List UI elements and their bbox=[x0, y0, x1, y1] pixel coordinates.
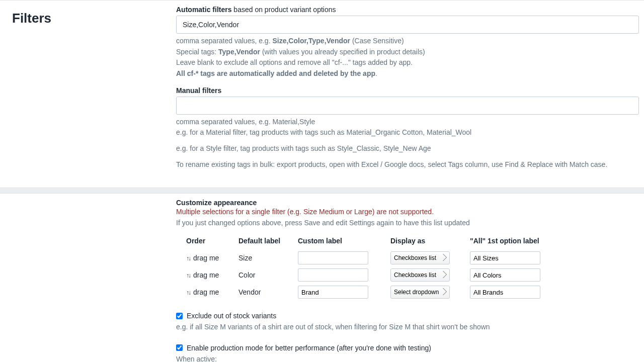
appearance-note: If you just changed options above, press… bbox=[176, 218, 644, 229]
manual-filters-help: comma separated values, e.g. Material,St… bbox=[176, 117, 644, 170]
col-display-header: Display as bbox=[390, 237, 470, 245]
all-option-label-input[interactable] bbox=[470, 286, 540, 299]
manual-filters-input[interactable] bbox=[176, 97, 639, 115]
default-label-cell: Size bbox=[238, 254, 298, 262]
drag-label: drag me bbox=[193, 254, 219, 262]
drag-label: drag me bbox=[193, 288, 219, 296]
manual-filters-group: Manual filters comma separated values, e… bbox=[176, 86, 644, 170]
custom-label-input[interactable] bbox=[298, 251, 368, 264]
table-row: ↑↓drag meSizeCheckboxes listSelect dropd… bbox=[186, 249, 644, 266]
col-all-header: "All" 1st option label bbox=[470, 237, 555, 245]
default-label-cell: Vendor bbox=[238, 288, 298, 296]
drag-handle[interactable]: ↑↓drag me bbox=[186, 254, 238, 262]
page-title: Filters bbox=[12, 11, 164, 26]
production-label[interactable]: Enable production mode for better perfor… bbox=[187, 344, 431, 352]
all-option-label-input[interactable] bbox=[470, 268, 540, 282]
production-checkbox[interactable] bbox=[176, 344, 183, 351]
section-sidebar: Filters bbox=[0, 1, 176, 188]
sort-icon: ↑↓ bbox=[186, 255, 190, 262]
col-custom-header: Custom label bbox=[298, 237, 390, 245]
automatic-filters-help: comma separated values, e.g. Size,Color,… bbox=[176, 36, 644, 79]
table-row: ↑↓drag meVendorCheckboxes listSelect dro… bbox=[186, 284, 644, 301]
display-as-select[interactable]: Checkboxes listSelect dropdown bbox=[390, 286, 450, 299]
col-order-header: Order bbox=[186, 237, 238, 245]
display-as-select[interactable]: Checkboxes listSelect dropdown bbox=[390, 268, 450, 282]
appearance-warning: Multiple selections for a single filter … bbox=[176, 208, 644, 216]
production-when-active: When active: bbox=[176, 354, 644, 362]
exclude-oos-checkbox[interactable] bbox=[176, 313, 183, 319]
automatic-filters-input[interactable] bbox=[176, 16, 639, 34]
exclude-oos-help: e.g. if all Size M variants of a shirt a… bbox=[176, 322, 644, 333]
appearance-sidebar bbox=[0, 194, 176, 363]
automatic-filters-label: Automatic filters based on product varia… bbox=[176, 6, 644, 14]
drag-label: drag me bbox=[193, 271, 219, 279]
production-row: Enable production mode for better perfor… bbox=[176, 344, 644, 352]
custom-label-input[interactable] bbox=[298, 286, 368, 299]
display-as-select[interactable]: Checkboxes listSelect dropdown bbox=[390, 251, 450, 264]
col-default-header: Default label bbox=[238, 237, 298, 245]
appearance-table: Order Default label Custom label Display… bbox=[186, 232, 644, 301]
all-option-label-input[interactable] bbox=[470, 251, 540, 264]
drag-handle[interactable]: ↑↓drag me bbox=[186, 271, 238, 279]
manual-filters-label: Manual filters bbox=[176, 86, 644, 95]
appearance-title: Customize appeareance bbox=[176, 199, 644, 207]
table-row: ↑↓drag meColorCheckboxes listSelect drop… bbox=[186, 266, 644, 284]
table-header: Order Default label Custom label Display… bbox=[186, 232, 644, 249]
exclude-oos-label[interactable]: Exclude out of stock variants bbox=[187, 312, 276, 320]
sort-icon: ↑↓ bbox=[186, 289, 190, 296]
custom-label-input[interactable] bbox=[298, 268, 368, 282]
exclude-oos-row: Exclude out of stock variants bbox=[176, 312, 644, 320]
automatic-filters-group: Automatic filters based on product varia… bbox=[176, 6, 644, 79]
default-label-cell: Color bbox=[238, 271, 298, 279]
sort-icon: ↑↓ bbox=[186, 272, 190, 279]
drag-handle[interactable]: ↑↓drag me bbox=[186, 288, 238, 296]
